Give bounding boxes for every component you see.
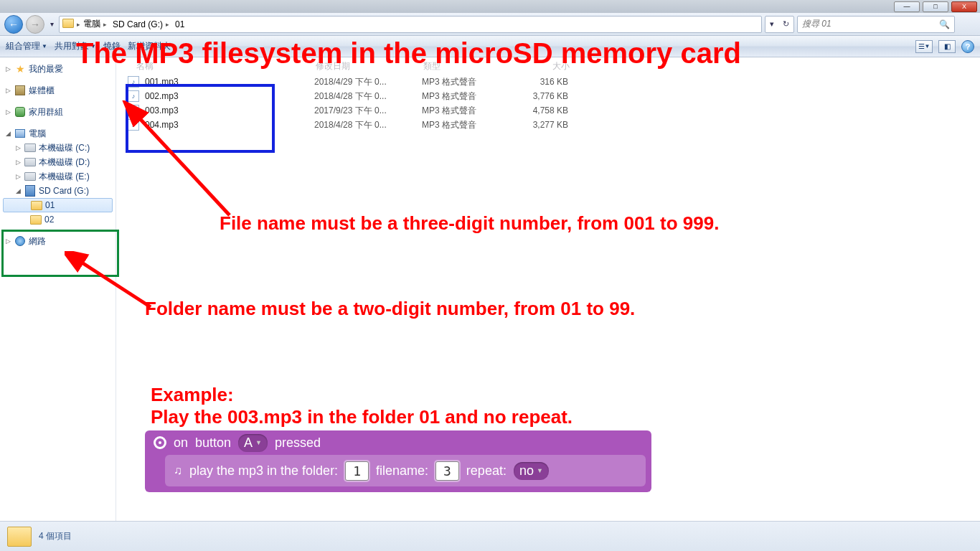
homegroup-icon <box>14 106 26 118</box>
breadcrumb[interactable]: ▸電腦▸ SD Card (G:)▸ 01 <box>59 16 762 33</box>
annotation-rule-file: File name must be a three-digit number, … <box>220 212 719 235</box>
dropdown-icon[interactable]: ▾ <box>765 19 778 29</box>
filename-number-input[interactable]: 3 <box>435 461 459 481</box>
drive-icon <box>24 156 36 168</box>
breadcrumb-segment[interactable]: SD Card (G:)▸ <box>110 17 172 32</box>
repeat-selector[interactable]: no▼ <box>514 462 549 480</box>
folder-icon <box>30 214 42 225</box>
code-block-outer: on button A▼ pressed ♫ play the mp3 in t… <box>145 430 651 492</box>
search-icon[interactable]: 🔍 <box>939 19 950 29</box>
nav-back-button[interactable]: ← <box>4 15 23 34</box>
folder-number-input[interactable]: 1 <box>345 461 369 481</box>
refresh-icon[interactable]: ↻ <box>778 19 793 29</box>
tree-drive-c[interactable]: ▷本機磁碟 (C:) <box>1 141 114 155</box>
sdcard-icon <box>24 185 36 197</box>
tree-libraries[interactable]: ▷媒體櫃 <box>1 83 114 98</box>
file-date: 2018/4/28 下午 0... <box>314 119 422 131</box>
breadcrumb-segment[interactable]: ▸電腦▸ <box>74 17 110 32</box>
status-bar: 4 個項目 <box>0 521 980 551</box>
annotation-filebox <box>126 84 275 153</box>
tree-folder-02[interactable]: 02 <box>1 212 114 227</box>
file-size: 3,776 KB <box>508 91 580 101</box>
status-item-count: 4 個項目 <box>39 530 72 542</box>
file-type: MP3 格式聲音 <box>422 119 508 131</box>
window-titlebar: — □ X <box>0 0 980 13</box>
annotation-example: Example: Play the 003.mp3 in the folder … <box>151 384 573 428</box>
tree-folder-01[interactable]: 01 <box>3 198 113 212</box>
music-icon: ♫ <box>174 464 182 477</box>
folder-icon <box>62 19 74 30</box>
code-block-header: on button A▼ pressed <box>145 430 651 455</box>
folder-icon <box>7 527 32 547</box>
address-refresh-controls[interactable]: ▾↻ <box>765 16 794 33</box>
tree-sdcard[interactable]: ◢SD Card (G:) <box>1 184 114 198</box>
window-close-button[interactable]: X <box>951 1 977 12</box>
tree-computer[interactable]: ◢電腦 <box>1 126 114 141</box>
search-placeholder: 搜尋 01 <box>802 18 831 30</box>
nav-forward-button[interactable]: → <box>26 15 44 34</box>
file-date: 2018/4/28 下午 0... <box>314 90 422 103</box>
file-size: 316 KB <box>508 77 580 87</box>
navigation-bar: ← → ▾ ▸電腦▸ SD Card (G:)▸ 01 ▾↻ 搜尋 01 🔍 <box>0 13 980 36</box>
breadcrumb-segment[interactable]: 01 <box>172 17 187 32</box>
code-block-inner: ♫ play the mp3 in the folder: 1 filename… <box>165 455 646 486</box>
file-type: MP3 格式聲音 <box>422 76 508 88</box>
annotation-folderbox <box>1 230 119 277</box>
tree-homegroup[interactable]: ▷家用群組 <box>1 105 114 119</box>
drive-icon <box>24 171 36 182</box>
file-date: 2018/4/29 下午 0... <box>314 76 422 88</box>
computer-icon <box>14 128 26 139</box>
file-size: 4,758 KB <box>508 105 580 116</box>
tree-drive-d[interactable]: ▷本機磁碟 (D:) <box>1 155 114 169</box>
file-date: 2017/9/23 下午 0... <box>314 105 422 117</box>
navigation-tree: ▷★我的最愛 ▷媒體櫃 ▷家用群組 ◢電腦 ▷本機磁碟 (C:) ▷本機磁碟 (… <box>0 57 116 521</box>
file-type: MP3 格式聲音 <box>422 90 508 103</box>
file-size: 3,277 KB <box>508 120 580 130</box>
nav-history-dropdown[interactable]: ▾ <box>47 20 56 28</box>
input-icon <box>154 436 166 449</box>
annotation-rule-folder: Folder name must be a two-digit number, … <box>145 298 635 320</box>
window-maximize-button[interactable]: □ <box>923 1 948 12</box>
folder-icon <box>31 199 42 211</box>
button-selector[interactable]: A▼ <box>238 434 268 452</box>
star-icon: ★ <box>14 63 26 75</box>
drive-icon <box>24 142 36 154</box>
annotation-title: The MP3 filesystem in the microSD memory… <box>76 37 973 70</box>
window-minimize-button[interactable]: — <box>894 1 920 12</box>
toolbar-organize[interactable]: 組合管理 ▼ <box>6 40 47 52</box>
file-type: MP3 格式聲音 <box>422 105 508 117</box>
search-input[interactable]: 搜尋 01 🔍 <box>797 16 955 33</box>
tree-drive-e[interactable]: ▷本機磁碟 (E:) <box>1 169 114 184</box>
library-icon <box>14 85 26 96</box>
